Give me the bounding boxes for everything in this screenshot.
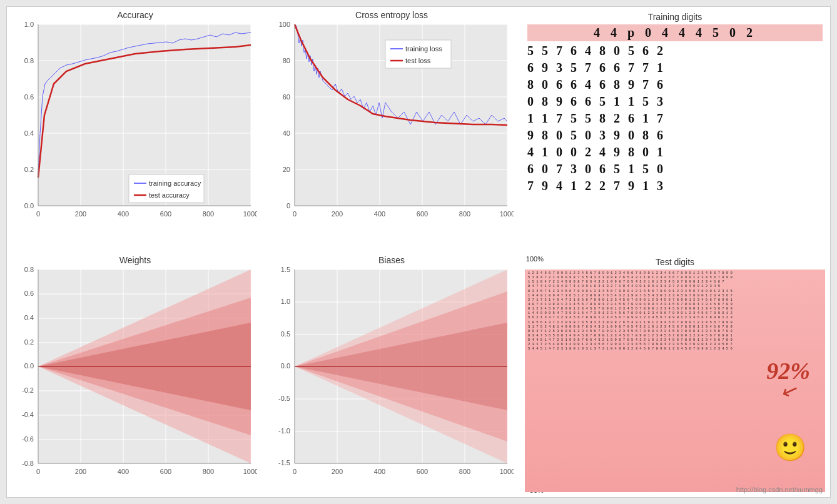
svg-text:800: 800 xyxy=(459,468,470,475)
svg-text:1000: 1000 xyxy=(243,210,257,218)
svg-text:400: 400 xyxy=(118,468,129,475)
svg-text:0.6: 0.6 xyxy=(24,290,34,297)
svg-text:-0.6: -0.6 xyxy=(22,435,34,443)
cross-entropy-panel: Cross entropy loss 100 80 60 40 20 0 0 2… xyxy=(263,7,520,252)
svg-text:80: 80 xyxy=(283,57,290,64)
svg-text:1.0: 1.0 xyxy=(281,298,290,305)
svg-text:0.4: 0.4 xyxy=(24,314,34,321)
weights-title: Weights xyxy=(10,255,260,265)
svg-text:-0.4: -0.4 xyxy=(22,411,34,418)
digits-grid: 5 5 7 6 4 8 0 5 6 2 6 9 3 5 7 6 6 7 7 1 … xyxy=(527,43,823,194)
svg-text:1000: 1000 xyxy=(500,468,514,475)
svg-text:0.0: 0.0 xyxy=(24,362,34,370)
digits-row: 5 5 7 6 4 8 0 5 6 2 xyxy=(527,43,823,59)
svg-text:400: 400 xyxy=(374,210,385,218)
digits-row: 8 0 6 6 4 6 8 9 7 6 xyxy=(527,76,823,93)
svg-text:600: 600 xyxy=(417,468,428,475)
svg-text:-0.8: -0.8 xyxy=(22,460,34,467)
digits-row: 9 8 0 5 0 3 9 0 8 6 xyxy=(527,127,823,144)
svg-text:0: 0 xyxy=(287,202,290,209)
cross-entropy-chart: 100 80 60 40 20 0 0 200 400 600 800 1000… xyxy=(266,21,514,237)
svg-text:400: 400 xyxy=(374,468,385,475)
svg-text:800: 800 xyxy=(203,210,214,218)
test-digits-text: 1 2 3 4 5 6 7 8 9 0 1 2 3 4 5 6 7 8 9 0 … xyxy=(528,271,822,351)
biases-panel: Biases 1.5 1.0 0.5 0.0 -0.5 -1.0 -1.5 0 xyxy=(263,252,520,497)
svg-text:-1.5: -1.5 xyxy=(278,459,290,466)
svg-text:-0.2: -0.2 xyxy=(22,386,34,394)
weights-panel: Weights 0.8 0.6 0.4 0.2 0.0 -0.2 xyxy=(7,252,263,497)
svg-text:200: 200 xyxy=(332,468,343,475)
digits-row: 0 8 9 6 6 5 1 1 5 3 xyxy=(527,93,823,110)
svg-text:1.5: 1.5 xyxy=(281,266,290,273)
svg-text:200: 200 xyxy=(332,210,343,218)
svg-text:0: 0 xyxy=(36,468,40,475)
digits-row-highlight: 4 4 p 0 4 4 4 5 0 2 xyxy=(527,24,823,41)
y-tick-100: 100% xyxy=(520,255,546,263)
svg-text:0.8: 0.8 xyxy=(24,57,34,64)
svg-text:test accuracy: test accuracy xyxy=(149,191,190,199)
svg-text:200: 200 xyxy=(75,210,86,218)
svg-text:0.6: 0.6 xyxy=(24,93,34,101)
svg-text:test loss: test loss xyxy=(405,57,431,64)
biases-title: Biases xyxy=(266,255,517,265)
svg-text:0.0: 0.0 xyxy=(281,362,290,370)
digits-row: 1 1 7 5 5 8 2 6 1 7 xyxy=(527,110,823,127)
svg-text:1000: 1000 xyxy=(243,468,257,475)
training-digits-panel: Training digits 4 4 p 0 4 4 4 5 0 2 5 5 … xyxy=(520,7,830,252)
svg-text:0.8: 0.8 xyxy=(24,266,34,273)
svg-text:0: 0 xyxy=(36,210,40,218)
accuracy-chart: 1.0 0.8 0.6 0.4 0.2 0.0 0 200 400 600 80… xyxy=(10,21,257,237)
svg-text:0.0: 0.0 xyxy=(24,202,34,209)
svg-text:600: 600 xyxy=(160,210,171,218)
svg-text:800: 800 xyxy=(203,468,214,475)
svg-text:0.2: 0.2 xyxy=(24,166,34,173)
digits-row: 6 0 7 3 0 6 5 1 5 0 xyxy=(527,161,823,178)
smiley-emoji: 🙂 xyxy=(774,432,806,463)
svg-text:200: 200 xyxy=(75,468,86,475)
biases-chart: 1.5 1.0 0.5 0.0 -0.5 -1.0 -1.5 0 200 400… xyxy=(266,266,514,482)
digits-row: 6 9 3 5 7 6 6 7 7 1 xyxy=(527,59,823,76)
svg-text:600: 600 xyxy=(417,210,428,218)
svg-text:training accuracy: training accuracy xyxy=(149,179,201,187)
svg-text:0: 0 xyxy=(293,210,297,218)
svg-text:1000: 1000 xyxy=(500,210,514,218)
weights-chart: 0.8 0.6 0.4 0.2 0.0 -0.2 -0.4 -0.6 -0.8 … xyxy=(10,266,257,482)
digits-row: 7 9 4 1 2 2 7 9 1 3 xyxy=(527,178,823,194)
svg-text:-0.5: -0.5 xyxy=(278,395,290,402)
svg-text:40: 40 xyxy=(283,129,290,137)
test-digits-title: Test digits xyxy=(525,257,825,267)
svg-text:60: 60 xyxy=(283,93,290,101)
cross-entropy-title: Cross entropy loss xyxy=(266,10,517,20)
svg-text:100: 100 xyxy=(279,21,290,28)
svg-text:0.2: 0.2 xyxy=(24,338,34,346)
svg-text:-1.0: -1.0 xyxy=(278,427,290,435)
training-digits-title: Training digits xyxy=(527,12,823,22)
accuracy-panel: Accuracy 1.0 0.8 0.6 0.4 0.2 0.0 xyxy=(7,7,263,252)
svg-text:0.4: 0.4 xyxy=(24,129,34,137)
svg-text:600: 600 xyxy=(160,468,171,475)
svg-text:20: 20 xyxy=(283,166,290,173)
footer-url: http://blog.csdn.net/xummgg xyxy=(736,486,823,493)
svg-text:800: 800 xyxy=(459,210,470,218)
accuracy-title: Accuracy xyxy=(10,10,260,20)
svg-text:0.5: 0.5 xyxy=(281,330,290,338)
svg-text:training loss: training loss xyxy=(405,45,442,53)
main-container: Accuracy 1.0 0.8 0.6 0.4 0.2 0.0 xyxy=(6,6,831,498)
svg-text:400: 400 xyxy=(118,210,129,218)
svg-text:0: 0 xyxy=(293,468,297,475)
svg-text:1.0: 1.0 xyxy=(24,21,34,28)
digits-row: 4 1 0 0 2 4 9 8 0 1 xyxy=(527,144,823,161)
